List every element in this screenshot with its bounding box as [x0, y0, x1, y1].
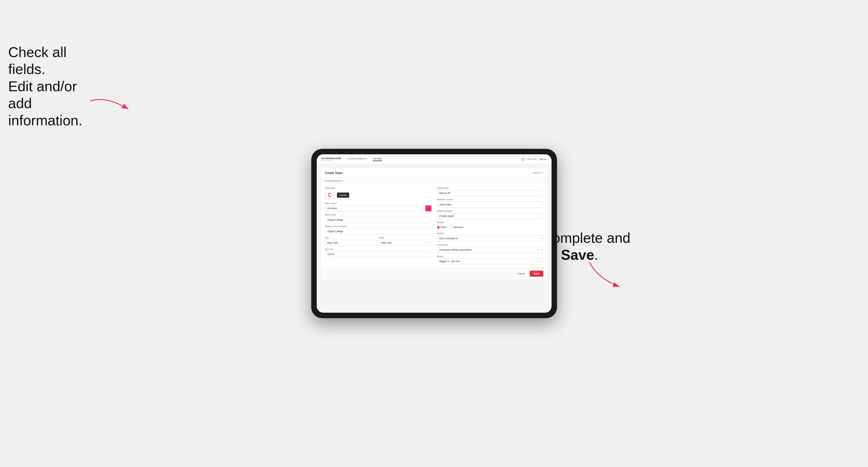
zip-label: Zip code [325, 248, 431, 250]
cancel-header-button[interactable]: Cancel ✕ [532, 172, 543, 174]
display-name-field: Display name (unique) [325, 225, 431, 234]
form-footer: Cancel Save [321, 268, 547, 279]
region-clear-icon[interactable]: ✕ [537, 260, 539, 263]
sign-out-link[interactable]: Sign out [539, 158, 547, 160]
region-label: Region [437, 255, 544, 257]
nav-tournaments[interactable]: TOURNAMENTS [347, 157, 368, 161]
form-panel: Create Team Cancel ✕ TEAM DETAILS Team l… [321, 168, 547, 279]
cancel-button[interactable]: Cancel [515, 271, 528, 276]
tablet-screen: SCOREBOARD Powered by clippd TOURNAMENTS… [317, 154, 552, 313]
brand-sub: Powered by clippd [321, 160, 342, 161]
gender-label: Gender [437, 221, 544, 224]
zip-code-field: Zip code [325, 248, 431, 257]
close-icon: ✕ [541, 172, 544, 174]
form-left-column: Team logo C Upload Team colour [325, 187, 431, 264]
colour-swatch[interactable] [425, 206, 431, 211]
mens-radio-button[interactable] [437, 225, 440, 229]
display-name-input[interactable] [325, 228, 431, 234]
section-label: TEAM DETAILS [321, 178, 547, 184]
form-title: Create Team [325, 171, 343, 175]
logo-circle: C [325, 190, 335, 200]
navbar: SCOREBOARD Powered by clippd TOURNAMENTS… [317, 154, 552, 164]
assistant-coach-field: Assistant Coach [437, 198, 544, 208]
assistant-coach-label: Assistant Coach [437, 198, 544, 201]
city-label: City [325, 237, 377, 239]
division-select[interactable]: NCAA Division III [437, 236, 544, 242]
assistant-coach-input[interactable] [437, 201, 544, 208]
region-select-wrap: Region II - (M) DIII ✕ ▾ [437, 258, 544, 264]
team-name-input[interactable] [325, 217, 431, 223]
state-clear-icon[interactable]: ✕ [425, 242, 428, 244]
head-coach-input[interactable] [437, 190, 544, 196]
team-logo-field: Team logo C Upload [325, 187, 431, 200]
state-select-wrap: New York ✕ ▾ [379, 240, 431, 246]
gender-mens-radio[interactable]: Mens [437, 225, 447, 229]
athletic-director-field: Athletic Director [437, 210, 544, 219]
head-coach-label: Head Coach [437, 187, 544, 189]
save-button[interactable]: Save [530, 271, 543, 277]
avatar [521, 157, 525, 161]
region-field: Region Region II - (M) DIII ✕ ▾ [437, 255, 544, 264]
team-logo-label: Team logo [325, 187, 431, 189]
conference-clear-icon[interactable]: ✕ [537, 249, 539, 251]
logo-row: C Upload [325, 190, 431, 200]
athletic-director-label: Athletic Director [437, 210, 544, 212]
city-field: City [325, 237, 377, 246]
athletic-director-input[interactable] [437, 213, 544, 219]
conference-label: Conference [437, 244, 544, 246]
display-name-label: Display name (unique) [325, 225, 431, 227]
city-input[interactable] [325, 240, 377, 246]
brand-logo: SCOREBOARD Powered by clippd [321, 157, 342, 161]
user-name: Test User | [527, 158, 537, 160]
main-content: Create Team Cancel ✕ TEAM DETAILS Team l… [317, 164, 552, 313]
division-label: Division [437, 232, 544, 235]
conference-select-wrap: University Athletic Association ✕ ▾ [437, 247, 544, 253]
team-colour-label: Team colour [325, 202, 431, 205]
state-label: State [379, 237, 431, 239]
form-right-column: Head Coach Assistant Coach Athletic Dire… [437, 187, 544, 264]
gender-womens-radio[interactable]: Womens [450, 225, 463, 229]
brand-name: SCOREBOARD [321, 157, 342, 160]
state-field: State New York ✕ ▾ [379, 237, 431, 246]
left-arrow [85, 93, 139, 126]
conference-field: Conference University Athletic Associati… [437, 244, 544, 253]
state-select[interactable]: New York [379, 240, 431, 246]
nav-teams[interactable]: TEAMS [373, 157, 382, 161]
team-colour-input[interactable] [325, 206, 424, 211]
form-body: Team logo C Upload Team colour [321, 184, 547, 268]
instructions-text: Check all fields. Edit and/or add inform… [8, 44, 90, 129]
form-header: Create Team Cancel ✕ [321, 168, 547, 178]
head-coach-field: Head Coach [437, 187, 544, 196]
womens-radio-button[interactable] [450, 225, 453, 229]
zip-input[interactable] [325, 251, 431, 257]
gender-field: Gender Mens Womens [437, 221, 544, 230]
team-name-field: Team name [325, 214, 431, 223]
region-select[interactable]: Region II - (M) DIII [437, 258, 544, 264]
colour-row [325, 206, 431, 211]
city-state-row: City State New York ✕ ▾ [325, 237, 431, 246]
tablet-device: SCOREBOARD Powered by clippd TOURNAMENTS… [311, 149, 557, 318]
team-name-label: Team name [325, 214, 431, 216]
nav-links: TOURNAMENTS TEAMS [347, 157, 521, 161]
conference-select[interactable]: University Athletic Association [437, 247, 544, 253]
nav-right: Test User | Sign out [521, 157, 547, 161]
upload-button[interactable]: Upload [337, 192, 349, 198]
gender-radio-group: Mens Womens [437, 224, 544, 230]
team-colour-field: Team colour [325, 202, 431, 211]
division-select-wrap: NCAA Division III ▾ [437, 236, 544, 242]
division-field: Division NCAA Division III ▾ [437, 232, 544, 242]
